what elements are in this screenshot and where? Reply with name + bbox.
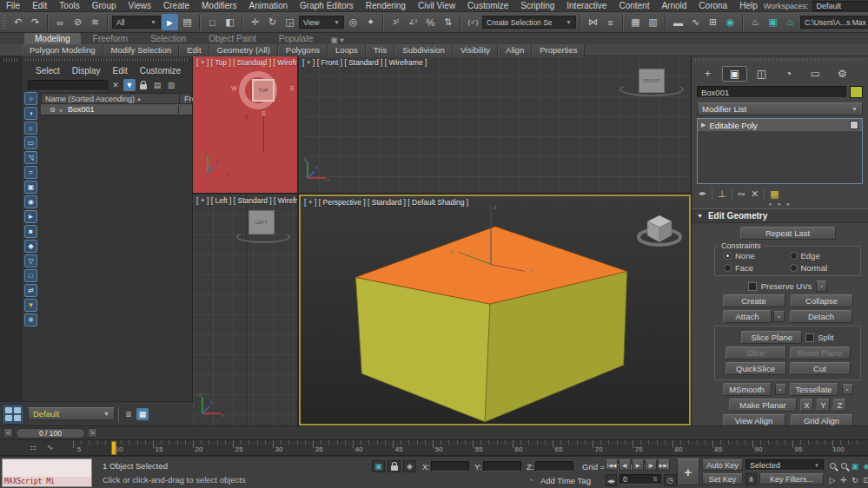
explorer-menu-customize[interactable]: Customize — [135, 66, 186, 76]
explorer-menu-display[interactable]: Display — [67, 66, 106, 76]
zoom-extents-icon[interactable]: ▣ — [850, 459, 860, 472]
search-input[interactable] — [28, 80, 108, 91]
set-key-button[interactable]: Set Key — [702, 473, 743, 485]
filter-helpers-icon[interactable]: ◹ — [24, 151, 37, 164]
viewport-left[interactable]: [ + ] [ Left ] [ Standard ] [ Wireframe … — [193, 195, 297, 425]
undo-icon[interactable]: ↶ — [10, 14, 26, 30]
ribbon-section-tris[interactable]: Tris — [366, 44, 394, 56]
select-and-link-icon[interactable]: ∞ — [52, 14, 69, 30]
viewport-front[interactable]: [ + ] [ Front ] [ Standard ] [ Wireframe… — [299, 56, 691, 193]
zoom-extents-all-icon[interactable]: ◈ — [861, 459, 868, 472]
filter-frozen-icon[interactable]: ❄ — [24, 313, 37, 326]
current-frame-field[interactable]: 0 ⇅ — [620, 474, 661, 485]
filter-influences-icon[interactable]: ▽ — [24, 254, 37, 267]
tab-utilities[interactable]: ⚙ — [830, 66, 855, 82]
advanced-filter-icon[interactable]: ▥ — [165, 79, 177, 91]
preserve-uvs-checkbox[interactable] — [748, 282, 757, 291]
schematic-view-icon[interactable]: ⊞ — [705, 14, 721, 30]
key-filters-button[interactable]: Key Filters... — [759, 473, 824, 485]
collapse-button[interactable]: Collapse — [791, 294, 853, 307]
key-mode-toggle-icon[interactable]: ◀▶ — [606, 474, 617, 486]
ribbon-section-loops[interactable]: Loops — [328, 44, 366, 56]
constraint-face-radio[interactable]: Face — [724, 263, 790, 273]
quickslice-button[interactable]: QuickSlice — [726, 362, 786, 375]
render-production-icon[interactable]: ♨ — [782, 14, 798, 30]
menu-corona[interactable]: Corona — [692, 1, 733, 10]
menu-customize[interactable]: Customize — [461, 1, 514, 10]
menu-interactive[interactable]: Interactive — [560, 1, 613, 10]
absolute-offset-mode-icon[interactable]: ◈ — [403, 460, 416, 472]
select-and-manipulate-icon[interactable]: ✦ — [362, 14, 379, 30]
tab-hierarchy[interactable]: ◫ — [749, 66, 774, 82]
compass-w[interactable]: W — [231, 85, 237, 91]
filter-children-icon[interactable]: ► — [24, 210, 37, 223]
maxscript-mini-listener[interactable]: MAXScript Mi — [2, 458, 92, 487]
ribbon-tab-object-paint[interactable]: Object Paint — [198, 33, 266, 44]
z-coordinate-field[interactable] — [535, 461, 573, 472]
toggle-ribbon-icon[interactable]: ▬ — [670, 14, 686, 30]
menu-arnold[interactable]: Arnold — [655, 1, 692, 10]
rendered-frame-window-icon[interactable]: ▣ — [765, 14, 781, 30]
redo-icon[interactable]: ↷ — [27, 14, 43, 30]
ribbon-section-properties[interactable]: Properties — [532, 44, 585, 56]
select-and-uniform-scale-icon[interactable]: ◲ — [282, 14, 298, 30]
use-pivot-point-center-icon[interactable]: ◎ — [345, 14, 361, 30]
constraint-none-radio[interactable]: None — [724, 251, 790, 260]
ribbon-section-align[interactable]: Align — [498, 44, 532, 56]
mirror-icon[interactable]: ⋈ — [585, 14, 601, 30]
selection-set-dropdown[interactable]: Selected ▼ — [745, 459, 824, 471]
msmooth-settings-button[interactable]: ▫ — [775, 384, 786, 395]
constraint-edge-radio[interactable]: Edge — [790, 251, 856, 260]
compass-e[interactable]: E — [290, 85, 295, 91]
go-to-start-button[interactable]: |◀◀ — [606, 459, 618, 471]
object-name-field[interactable]: Box001 — [697, 86, 846, 98]
zoom-all-icon[interactable] — [838, 459, 849, 472]
toggle-scene-explorer-icon[interactable]: ▦ — [627, 14, 644, 30]
show-end-result-icon[interactable]: ⊥ — [718, 188, 726, 200]
tessellate-settings-button[interactable]: ▫ — [842, 384, 853, 395]
tab-modify[interactable]: ▣ — [722, 66, 747, 82]
menu-group[interactable]: Group — [86, 1, 123, 10]
track-bar[interactable]: ⚏∿ 5101520253035404550556065707580859095… — [0, 439, 868, 456]
filter-sync-selection-icon[interactable]: ⇄ — [24, 284, 37, 297]
detach-button[interactable]: Detach — [790, 310, 852, 323]
bind-to-space-warp-icon[interactable]: ≋ — [87, 14, 103, 30]
material-editor-icon[interactable]: ◉ — [722, 14, 739, 30]
menu-create[interactable]: Create — [157, 1, 195, 10]
selection-filter-dropdown[interactable]: All▼ — [112, 16, 161, 29]
ribbon-tab-populate[interactable]: Populate — [268, 33, 323, 44]
msmooth-button[interactable]: MSmooth — [723, 383, 772, 396]
viewcube-front[interactable]: FRONT — [639, 69, 665, 93]
stack-item-icon[interactable] — [850, 121, 858, 129]
clear-search-icon[interactable]: ✕ — [109, 79, 122, 91]
preserve-uvs-settings-button[interactable]: ▫ — [816, 280, 827, 292]
project-folder-dropdown[interactable]: C:\Users\A...s Max 2020▼ — [800, 16, 868, 29]
add-time-tag[interactable]: Add Time Tag — [540, 476, 591, 485]
y-coordinate-field[interactable] — [483, 461, 521, 472]
menu-views[interactable]: Views — [123, 1, 158, 10]
rectangular-selection-region-icon[interactable]: □ — [204, 14, 221, 30]
menu-content[interactable]: Content — [613, 1, 655, 10]
make-unique-icon[interactable]: ∾ — [738, 188, 745, 200]
object-color-swatch[interactable] — [850, 86, 863, 98]
open-mini-curve-editor-icon[interactable]: ∿ — [47, 443, 54, 452]
edit-named-selection-sets-icon[interactable]: {✓} — [465, 14, 481, 30]
filter-funnel-icon[interactable]: ▼ — [24, 299, 37, 312]
planar-x-button[interactable]: X — [800, 399, 813, 412]
filter-xrefs-icon[interactable]: ◆ — [24, 240, 37, 253]
viewport-top[interactable]: [ + ] [ Top ] [ Standard ] [ Wireframe ]… — [193, 56, 297, 193]
ribbon-section-geometry-all[interactable]: Geometry (All) — [209, 44, 278, 56]
viewport-front-label[interactable]: [ + ] [ Front ] [ Standard ] [ Wireframe… — [302, 58, 427, 67]
angle-snap-toggle-icon[interactable]: ∠² — [405, 14, 421, 30]
ribbon-section-modify-selection[interactable]: Modify Selection — [103, 44, 180, 56]
select-and-move-icon[interactable]: ✛ — [247, 14, 263, 30]
planar-z-button[interactable]: Z — [833, 399, 846, 412]
menu-animation[interactable]: Animation — [243, 1, 294, 10]
ribbon-tab-freeform[interactable]: Freeform — [83, 33, 139, 44]
default-tangents-icon[interactable]: ⋔ — [745, 473, 757, 485]
lock-explorer-icon[interactable] — [137, 79, 149, 91]
viewcube-perspective[interactable] — [637, 210, 682, 250]
workspaces-dropdown[interactable]: Default ▼ — [812, 1, 868, 11]
box001-object[interactable]: x y z — [301, 196, 689, 424]
slice-button[interactable]: Slice — [726, 346, 786, 359]
